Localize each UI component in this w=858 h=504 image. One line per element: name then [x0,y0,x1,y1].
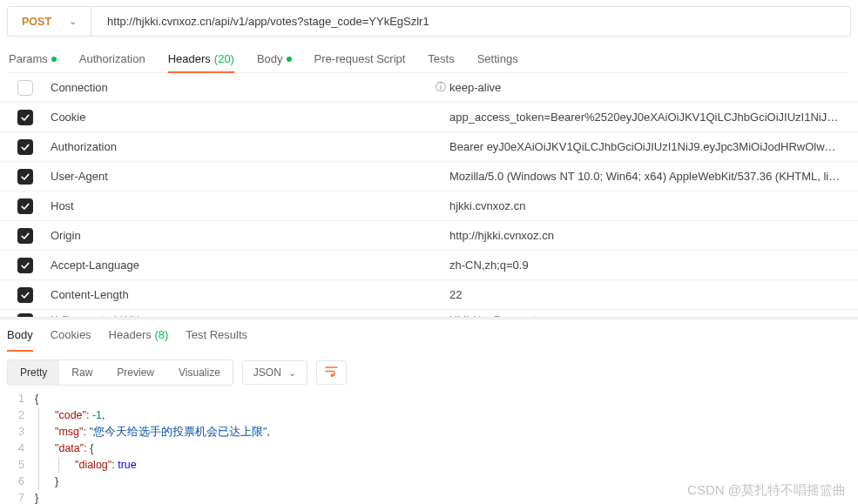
header-key[interactable]: Content-Length [49,288,432,301]
header-key[interactable]: Accept-Language [49,259,432,272]
header-value[interactable]: app_access_token=Bearer%2520eyJ0eXAiOiJK… [449,111,849,124]
header-row: AuthorizationBearer eyJ0eXAiOiJKV1QiLCJh… [0,132,858,162]
headers-table: Connectionⓘkeep-aliveCookieapp_access_to… [0,73,858,317]
http-method-label: POST [22,16,51,28]
header-row: Originhttp://hjkki.cvnxoz.cn [0,221,858,251]
request-tabs: Params Authorization Headers (20) Body P… [9,50,849,73]
chevron-down-icon: ⌄ [288,367,296,379]
checkbox[interactable] [17,228,33,244]
view-preview[interactable]: Preview [105,360,166,385]
header-row: Hosthjkki.cvnxoz.cn [0,192,858,221]
status-dot-icon [51,57,57,62]
format-dropdown[interactable]: JSON ⌄ [242,360,307,385]
tab-params[interactable]: Params [9,50,57,72]
header-value[interactable]: hjkki.cvnxoz.cn [449,199,849,212]
header-row: Connectionⓘkeep-alive [0,73,858,103]
checkbox[interactable] [17,313,33,317]
checkbox[interactable] [17,169,33,185]
header-key[interactable]: Origin [49,229,432,242]
header-value[interactable]: XMLHttpRequest [449,313,849,317]
header-row: Accept-Languagezh-CN,zh;q=0.9 [0,251,858,280]
header-row: Cookieapp_access_token=Bearer%2520eyJ0eX… [0,103,858,132]
status-dot-icon [287,57,292,62]
tab-prerequest[interactable]: Pre-request Script [314,50,406,72]
header-value[interactable]: http://hjkki.cvnxoz.cn [449,229,849,242]
tab-settings[interactable]: Settings [477,50,518,72]
view-pretty[interactable]: Pretty [8,360,59,385]
view-visualize[interactable]: Visualize [166,360,233,385]
checkbox[interactable] [17,110,33,125]
pane-divider[interactable] [0,317,858,319]
resp-tab-cookies[interactable]: Cookies [51,328,91,351]
resp-tab-test-results[interactable]: Test Results [186,328,247,351]
url-input[interactable]: http://hjkki.cvnxoz.cn/api/v1/app/votes?… [91,15,850,28]
header-key[interactable]: Cookie [49,111,432,124]
checkbox[interactable] [17,198,33,214]
view-bar: Pretty Raw Preview Visualize JSON ⌄ [7,360,849,386]
url-bar: POST ⌄ http://hjkki.cvnxoz.cn/api/v1/app… [7,6,851,37]
tab-headers[interactable]: Headers (20) [168,50,234,72]
header-row: X-Requested-WithXMLHttpRequest [0,310,858,317]
tab-body[interactable]: Body [257,50,292,72]
header-value[interactable]: keep-alive [449,81,849,94]
chevron-down-icon: ⌄ [69,16,77,27]
checkbox[interactable] [17,258,33,273]
view-raw[interactable]: Raw [59,360,105,385]
view-button-group: Pretty Raw Preview Visualize [7,360,233,386]
header-key[interactable]: User-Agent [49,170,432,183]
header-key[interactable]: Connection [49,81,432,94]
header-key[interactable]: Authorization [49,140,432,153]
resp-tab-body[interactable]: Body [7,328,33,351]
tab-authorization[interactable]: Authorization [79,50,145,72]
header-value[interactable]: 22 [449,288,849,301]
http-method-selector[interactable]: POST ⌄ [8,7,91,36]
resp-tab-headers[interactable]: Headers (8) [109,328,169,351]
checkbox[interactable] [17,287,33,303]
header-value[interactable]: zh-CN,zh;q=0.9 [449,259,849,272]
header-value[interactable]: Bearer eyJ0eXAiOiJKV1QiLCJhbGciOiJIUzI1N… [449,140,849,153]
response-body[interactable]: 1{ 2"code": -1, 3"msg": "您今天给选手的投票机会已达上限… [7,391,851,504]
wrap-lines-button[interactable] [316,360,347,385]
header-key[interactable]: Host [49,199,432,212]
info-icon[interactable]: ⓘ [432,80,449,95]
header-key[interactable]: X-Requested-With [49,313,432,317]
header-row: Content-Length22 [0,280,858,310]
response-tabs: Body Cookies Headers (8) Test Results [7,328,849,351]
tab-tests[interactable]: Tests [428,50,454,72]
checkbox[interactable] [17,139,33,155]
header-value[interactable]: Mozilla/5.0 (Windows NT 10.0; Win64; x64… [449,170,849,183]
checkbox[interactable] [17,80,33,96]
header-row: User-AgentMozilla/5.0 (Windows NT 10.0; … [0,162,858,192]
